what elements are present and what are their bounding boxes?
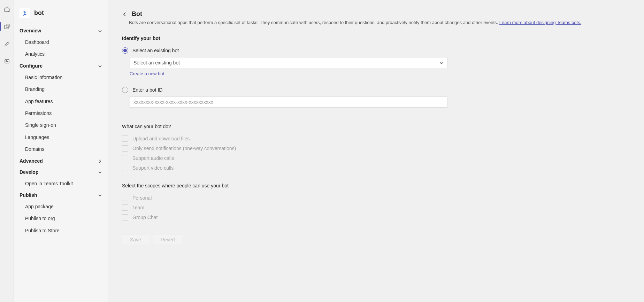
radio-icon <box>122 47 128 54</box>
revert-button[interactable]: Revert <box>153 234 183 245</box>
save-button[interactable]: Save <box>122 234 149 245</box>
section-overview-label: Overview <box>20 28 41 33</box>
section-advanced-label: Advanced <box>20 158 43 164</box>
checkbox-icon <box>122 145 128 152</box>
radio-icon <box>122 87 128 93</box>
section-publish[interactable]: Publish <box>17 189 104 201</box>
nav-open-toolkit[interactable]: Open in Teams Toolkit <box>17 178 104 189</box>
app-title: bot <box>34 9 44 17</box>
create-new-bot-link[interactable]: Create a new bot <box>130 71 164 76</box>
nav-languages[interactable]: Languages <box>17 131 104 143</box>
section-develop-label: Develop <box>20 169 38 175</box>
nav-publish-to-store[interactable]: Publish to Store <box>17 225 104 237</box>
scope-personal[interactable]: Personal <box>122 195 630 201</box>
capability-audio[interactable]: Support audio calls <box>122 155 630 161</box>
app-logo-icon <box>20 8 30 18</box>
pencil-icon <box>4 41 10 47</box>
checkbox-icon <box>122 214 128 220</box>
page-title: Bot <box>132 10 142 18</box>
radio-label: Enter a bot ID <box>132 87 162 93</box>
capability-video[interactable]: Support video calls <box>122 165 630 171</box>
rail-edit[interactable] <box>0 38 14 49</box>
scopes-heading: Select the scopes where people can use y… <box>122 183 630 188</box>
checkbox-icon <box>122 165 128 171</box>
main-content: Bot Bots are conversational apps that pe… <box>108 0 644 302</box>
app-header: bot <box>17 6 104 25</box>
chevron-down-icon <box>98 170 102 174</box>
nav-dashboard[interactable]: Dashboard <box>17 36 104 48</box>
card-icon <box>4 58 10 64</box>
sidebar: bot Overview Dashboard Analytics Configu… <box>14 0 108 302</box>
home-icon <box>4 6 10 12</box>
bot-id-input[interactable]: xxxxxxxx-xxxx-xxxx-xxxx-xxxxxxxxxx <box>130 96 447 108</box>
nav-basic-information[interactable]: Basic information <box>17 71 104 83</box>
svg-rect-0 <box>5 25 8 29</box>
section-advanced[interactable]: Advanced <box>17 155 104 167</box>
section-configure[interactable]: Configure <box>17 60 104 71</box>
rail-tools[interactable] <box>0 56 14 67</box>
nav-single-sign-on[interactable]: Single sign-on <box>17 119 104 131</box>
section-publish-label: Publish <box>20 192 37 198</box>
chevron-left-icon <box>122 11 128 17</box>
svg-rect-2 <box>5 60 9 63</box>
radio-select-existing[interactable]: Select an existing bot <box>122 47 630 54</box>
section-configure-label: Configure <box>20 63 43 69</box>
svg-rect-1 <box>6 24 9 27</box>
scope-group-chat[interactable]: Group Chat <box>122 214 630 220</box>
identify-heading: Identify your bot <box>122 36 630 41</box>
checkbox-icon <box>122 204 128 211</box>
radio-label: Select an existing bot <box>132 48 179 53</box>
nav-analytics[interactable]: Analytics <box>17 48 104 60</box>
input-placeholder: xxxxxxxx-xxxx-xxxx-xxxx-xxxxxxxxxx <box>133 99 213 105</box>
icon-rail <box>0 0 14 302</box>
capability-upload[interactable]: Upload and download files <box>122 135 630 142</box>
apps-icon <box>4 23 10 30</box>
radio-enter-bot-id[interactable]: Enter a bot ID <box>122 87 630 93</box>
nav-branding[interactable]: Branding <box>17 83 104 95</box>
chevron-down-icon <box>98 193 102 197</box>
capability-notify[interactable]: Only send notifications (one-way convers… <box>122 145 630 152</box>
page-description: Bots are conversational apps that perfor… <box>129 20 630 25</box>
chevron-down-icon <box>98 29 102 33</box>
nav-permissions[interactable]: Permissions <box>17 107 104 119</box>
rail-apps[interactable] <box>0 21 14 32</box>
nav-publish-to-org[interactable]: Publish to org <box>17 212 104 224</box>
select-existing-bot-dropdown[interactable]: Select an existing bot <box>130 57 447 68</box>
nav-app-features[interactable]: App features <box>17 95 104 107</box>
section-develop[interactable]: Develop <box>17 167 104 178</box>
checkbox-icon <box>122 155 128 161</box>
rail-home[interactable] <box>0 3 14 15</box>
chevron-down-icon <box>439 61 444 65</box>
learn-more-link[interactable]: Learn more about designing Teams bots. <box>499 20 581 25</box>
section-overview[interactable]: Overview <box>17 25 104 36</box>
chevron-right-icon <box>98 159 102 163</box>
scope-team[interactable]: Team <box>122 204 630 211</box>
dropdown-value: Select an existing bot <box>133 60 180 65</box>
checkbox-icon <box>122 135 128 142</box>
nav-domains[interactable]: Domains <box>17 143 104 155</box>
capabilities-heading: What can your bot do? <box>122 124 630 129</box>
checkbox-icon <box>122 195 128 201</box>
chevron-down-icon <box>98 64 102 68</box>
nav-app-package[interactable]: App package <box>17 201 104 212</box>
back-button[interactable] <box>122 11 128 17</box>
